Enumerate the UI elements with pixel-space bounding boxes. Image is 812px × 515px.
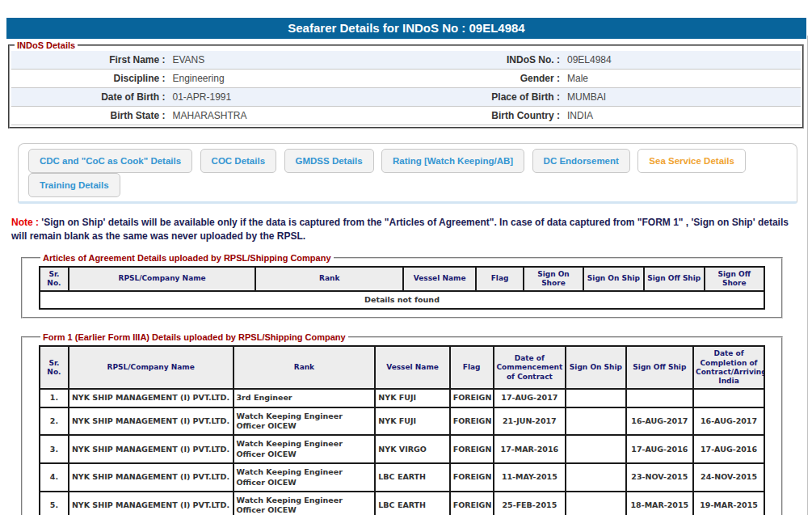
form1-legend: Form 1 (Earlier Form IIIA) Details uploa…: [40, 332, 348, 342]
column-header: Vessel Name: [403, 267, 476, 292]
cell-completion-date: 19-MAR-2015: [693, 492, 764, 515]
cell-commencement-date: 17-AUG-2017: [494, 389, 566, 407]
field-value: EVANS: [166, 51, 205, 69]
cell-flag: FOREIGN: [450, 492, 494, 515]
cell-sign-off-ship: 17-AUG-2016: [626, 435, 693, 463]
column-header: RPSL/Company Name: [69, 346, 234, 389]
cell-completion-date: 16-AUG-2017: [693, 407, 764, 436]
field-value: 09EL4984: [560, 51, 612, 69]
field-label: INDoS No. :: [406, 51, 561, 69]
column-header: Flag: [476, 267, 524, 292]
field-label: Gender :: [406, 70, 561, 87]
field-value: MUMBAI: [560, 88, 606, 106]
cell-completion-date: 24-NOV-2015: [693, 463, 764, 492]
field-value: INDIA: [560, 107, 593, 125]
cell-flag: FOREIGN: [450, 463, 494, 492]
cell-vessel: LBC EARTH: [375, 463, 449, 492]
cell-rank: Watch Keeping Engineer Officer OICEW: [234, 435, 376, 463]
cell-vessel: NYK VIRGO: [375, 435, 449, 463]
column-header: Sign Off Ship: [644, 267, 704, 292]
cell-commencement-date: 21-JUN-2017: [494, 407, 566, 436]
indos-left-pair: Birth State : MAHARASHTRA: [11, 107, 406, 125]
cell-rank: 3rd Engineer: [234, 389, 376, 407]
column-header: Flag: [450, 346, 494, 389]
cell-company: NYK SHIP MANAGEMENT (I) PVT.LTD.: [69, 492, 234, 515]
cell-company: NYK SHIP MANAGEMENT (I) PVT.LTD.: [69, 389, 234, 407]
cell-rank: Watch Keeping Engineer Officer OICEW: [234, 463, 376, 492]
field-value: 01-APR-1991: [166, 88, 232, 106]
tab-label: GMDSS Details: [296, 156, 363, 166]
indos-row: Birth State : MAHARASHTRA Birth Country …: [11, 107, 801, 125]
cell-flag: FOREIGN: [450, 407, 494, 436]
sea-service-panel: Note : 'Sign on Ship' details will be av…: [0, 216, 812, 515]
empty-message: Details not found: [40, 291, 764, 309]
cell-vessel: NYK FUJI: [375, 389, 449, 407]
cell-sign-off-ship: 23-NOV-2015: [626, 463, 693, 492]
indos-right-pair: Birth Country : INDIA: [406, 107, 801, 125]
tab-cdc-and-coc-as-cook-details[interactable]: CDC and "CoC as Cook" Details: [28, 149, 192, 173]
tab-coc-details[interactable]: COC Details: [200, 149, 276, 173]
field-value: MAHARASHTRA: [166, 107, 247, 125]
cell-commencement-date: 25-FEB-2015: [494, 492, 566, 515]
page: Seafarer Details for INDoS No : 09EL4984…: [0, 18, 812, 515]
field-label: Place of Birth :: [406, 88, 561, 106]
form1-header-row: Sr. No. RPSL/Company Name Rank Vessel Na…: [40, 346, 764, 389]
empty-row: Details not found: [40, 291, 764, 309]
cell-flag: FOREIGN: [450, 389, 494, 407]
indos-details-grid: First Name : EVANS INDoS No. : 09EL4984 …: [11, 51, 801, 125]
note: Note : 'Sign on Ship' details will be av…: [11, 216, 802, 243]
field-value: Engineering: [166, 70, 225, 87]
tab-label: Sea Service Details: [649, 156, 734, 166]
field-value: Male: [560, 70, 588, 87]
cell-completion-date: 17-AUG-2016: [693, 435, 764, 463]
column-header: RPSL/Company Name: [69, 267, 255, 292]
articles-legend: Articles of Agreement Details uploaded b…: [40, 253, 334, 263]
cell-vessel: NYK FUJI: [375, 407, 449, 436]
indos-row: First Name : EVANS INDoS No. : 09EL4984: [11, 51, 801, 70]
column-header: Sign On Ship: [583, 267, 644, 292]
indos-left-pair: Date of Birth : 01-APR-1991: [11, 88, 406, 106]
cell-sr-no: 4.: [40, 463, 69, 492]
cell-flag: FOREIGN: [450, 435, 494, 463]
column-header: Sr. No.: [40, 346, 69, 389]
column-header: Date of Completion of Contract/Arriving …: [693, 346, 764, 389]
field-label: Birth State :: [11, 107, 166, 125]
cell-completion-date: [693, 389, 764, 407]
cell-sr-no: 1.: [40, 389, 69, 407]
cell-sign-on-ship: [566, 407, 625, 436]
table-row: 5. NYK SHIP MANAGEMENT (I) PVT.LTD. Watc…: [40, 492, 764, 515]
column-header: Rank: [234, 346, 376, 389]
field-label: First Name :: [11, 51, 166, 69]
cell-sign-on-ship: [566, 389, 625, 407]
cell-sign-off-ship: 18-MAR-2015: [626, 492, 693, 515]
indos-right-pair: INDoS No. : 09EL4984: [406, 51, 801, 69]
tab-dc-endorsement[interactable]: DC Endorsement: [532, 149, 630, 173]
cell-sign-on-ship: [566, 463, 625, 492]
tab-label: CDC and "CoC as Cook" Details: [40, 156, 181, 166]
cell-vessel: LBC EARTH: [375, 492, 449, 515]
tab-bar: CDC and "CoC as Cook" Details COC Detail…: [18, 143, 797, 204]
tab-label: DC Endorsement: [544, 156, 619, 166]
note-text: 'Sign on Ship' details will be available…: [11, 217, 789, 242]
cell-company: NYK SHIP MANAGEMENT (I) PVT.LTD.: [69, 435, 234, 463]
tab-training-details[interactable]: Training Details: [28, 173, 120, 197]
cell-sr-no: 3.: [40, 435, 69, 463]
tab-rating-watch-keeping-ab[interactable]: Rating [Watch Keeping/AB]: [381, 149, 524, 173]
cell-rank: Watch Keeping Engineer Officer OICEW: [234, 492, 376, 515]
form1-section: Form 1 (Earlier Form IIIA) Details uploa…: [21, 332, 783, 515]
cell-company: NYK SHIP MANAGEMENT (I) PVT.LTD.: [69, 407, 234, 436]
cell-sr-no: 2.: [40, 407, 69, 436]
indos-row: Date of Birth : 01-APR-1991 Place of Bir…: [11, 88, 801, 107]
tab-gmdss-details[interactable]: GMDSS Details: [284, 149, 374, 173]
cell-sign-off-ship: 16-AUG-2017: [626, 407, 693, 436]
cell-sign-on-ship: [566, 492, 625, 515]
indos-details-section: INDoS Details First Name : EVANS INDoS N…: [8, 40, 804, 129]
tab-sea-service-details[interactable]: Sea Service Details: [637, 149, 746, 173]
indos-left-pair: First Name : EVANS: [11, 51, 406, 69]
column-header: Sign Off Ship: [626, 346, 693, 389]
indos-details-legend: INDoS Details: [15, 40, 78, 50]
field-label: Birth Country :: [406, 107, 561, 125]
cell-company: NYK SHIP MANAGEMENT (I) PVT.LTD.: [69, 463, 234, 492]
column-header: Sign On Shore: [524, 267, 583, 292]
table-row: 4. NYK SHIP MANAGEMENT (I) PVT.LTD. Watc…: [40, 463, 764, 492]
